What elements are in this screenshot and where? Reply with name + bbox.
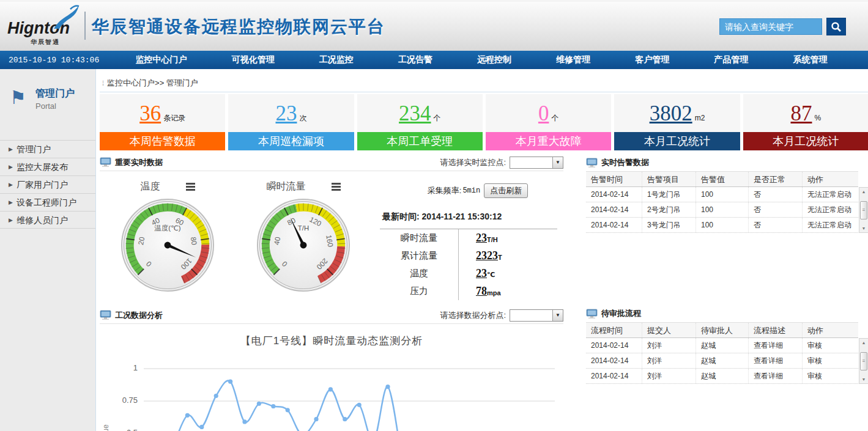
reading-value-cell: 2323T (458, 247, 557, 265)
nav-item-8[interactable]: 系统管理 (793, 54, 827, 65)
stat-card-value: 36 (139, 103, 161, 124)
approval-cell: 审核 (803, 369, 858, 383)
analysis-point-select[interactable]: ▼ (510, 309, 563, 322)
stat-card-value-area: 234个 (357, 94, 483, 132)
gauge-flow-menu-icon[interactable] (332, 182, 341, 192)
stat-card-unit: 次 (299, 113, 306, 123)
stat-card-unit: 条记录 (163, 113, 185, 123)
gauges-area: 温度 020406080100温度(℃) 瞬时流量 04080120160200… (100, 171, 563, 307)
approval-scrollbar[interactable]: ▲≡▼ (859, 338, 868, 384)
stat-card-unit: % (814, 114, 821, 122)
stat-card-label[interactable]: 本周巡检漏项 (228, 132, 354, 150)
stat-card-value: 87 (790, 103, 812, 124)
nav-item-5[interactable]: 维修管理 (556, 54, 590, 65)
analysis-section-title: 工况数据分析 (115, 310, 163, 321)
approval-panel-header: 待审批流程 (586, 305, 868, 322)
stat-card-value-area: 23次 (228, 94, 354, 132)
reading-unit: ℃ (487, 271, 495, 279)
sidebar-item-1[interactable]: ▶监控大屏发布 (0, 158, 95, 175)
stat-card-label[interactable]: 本周告警数据 (100, 132, 225, 150)
svg-text:T/H: T/H (298, 224, 309, 232)
sidebar-item-4[interactable]: ▶维修人员门户 (0, 211, 95, 229)
combo-arrow-icon[interactable]: ▼ (552, 157, 563, 168)
nav-item-7[interactable]: 产品管理 (714, 54, 748, 65)
gauge-flow: 04080120160200T/H (236, 197, 371, 293)
reading-unit: T (498, 254, 502, 261)
stat-card-2: 234个本周工单受理 (357, 94, 483, 150)
search-area (719, 18, 846, 35)
approval-column-header: 流程时间 (586, 323, 642, 337)
stat-card-value-area: 3802m2 (614, 94, 740, 132)
alarm-row-2[interactable]: 2014-02-143号龙门吊100否无法正常启动 (586, 218, 858, 233)
reading-unit: T/H (487, 236, 498, 243)
logo-subtext: 华辰智通 (31, 38, 80, 46)
sidebar-item-0[interactable]: ▶管理门户 (0, 140, 95, 158)
approval-row-1[interactable]: 2014-02-14刘洋赵城查看详细审核 (586, 353, 858, 369)
stat-card-unit: 个 (551, 113, 558, 123)
realtime-point-select[interactable]: ▼ (510, 157, 563, 169)
left-column: 重要实时数据 请选择实时监控点: ▼ 温度 (100, 154, 563, 431)
reading-name: 瞬时流量 (380, 232, 458, 244)
right-column: 实时告警数据 告警时间告警项目告警值是否正常动作2014-02-141号龙门吊1… (586, 154, 868, 431)
alarm-scroll-thumb[interactable]: ≡ (860, 201, 867, 219)
sidebar-item-label: 厂家用户门户 (17, 180, 68, 190)
analysis-select-label: 请选择数据分析点: (440, 310, 506, 321)
app-header: Hignton 华辰智通 华辰智通设备远程监控物联网云平台 (0, 0, 868, 51)
refresh-button[interactable]: 点击刷新 (484, 183, 528, 198)
scroll-up-icon[interactable]: ▲ (862, 339, 866, 347)
nav-item-2[interactable]: 工况监控 (319, 54, 354, 65)
nav-item-6[interactable]: 客户管理 (635, 54, 669, 65)
sidebar: ⚑ 管理门户 Portal ▶管理门户▶监控大屏发布▶厂家用户门户▶设备工程师门… (0, 69, 95, 431)
approval-row-2[interactable]: 2014-02-14刘洋赵城查看详细审核 (586, 369, 858, 384)
portal-block: ⚑ 管理门户 Portal (0, 69, 95, 131)
reading-value-cell: 78mpa (458, 282, 557, 300)
scroll-down-icon[interactable]: ▼ (862, 375, 866, 383)
sidebar-item-label: 管理门户 (17, 144, 51, 154)
reading-row-2: 温度23℃ (380, 265, 557, 282)
alarm-scrollbar[interactable]: ▲≡▼ (859, 187, 868, 233)
nav-item-3[interactable]: 工况告警 (398, 54, 432, 65)
search-input[interactable] (719, 18, 822, 35)
approval-panel: 待审批流程 流程时间提交人待审批人流程描述动作2014-02-14刘洋赵城查看详… (586, 305, 868, 384)
alarm-table: 告警时间告警项目告警值是否正常动作2014-02-141号龙门吊100否无法正常… (586, 171, 868, 233)
stat-card-label[interactable]: 本周工单受理 (357, 132, 483, 150)
svg-text:0.75: 0.75 (122, 396, 138, 405)
alarm-cell: 无法正常启动 (803, 202, 858, 217)
approval-column-header: 待审批人 (696, 323, 749, 337)
alarm-panel-title: 实时告警数据 (601, 157, 649, 168)
approval-cell: 查看详细 (749, 338, 803, 353)
reading-name: 累计流量 (380, 250, 458, 262)
nav-item-1[interactable]: 可视化管理 (232, 54, 275, 65)
nav-item-4[interactable]: 远程控制 (477, 54, 511, 65)
scroll-up-icon[interactable]: ▲ (862, 188, 866, 196)
sidebar-item-3[interactable]: ▶设备工程师门户 (0, 193, 95, 211)
stat-card-label[interactable]: 本月工况统计 (743, 132, 868, 150)
alarm-scroll-track[interactable]: ≡ (859, 196, 868, 224)
approval-scroll-thumb[interactable]: ≡ (860, 352, 867, 370)
gauge-temperature-menu-icon[interactable] (186, 182, 195, 192)
alarm-row-0[interactable]: 2014-02-141号龙门吊100否无法正常启动 (586, 187, 858, 202)
search-button[interactable] (826, 18, 846, 35)
reading-value: 23 (476, 267, 487, 280)
combo-arrow-icon[interactable]: ▼ (552, 310, 563, 321)
stat-card-unit: m2 (695, 114, 705, 122)
stat-card-value-area: 36条记录 (100, 94, 225, 132)
latest-time-label: 最新时间: (382, 212, 420, 221)
approval-column-header: 提交人 (642, 323, 696, 337)
approval-scroll-track[interactable]: ≡ (859, 347, 868, 375)
sidebar-item-2[interactable]: ▶厂家用户门户 (0, 175, 95, 193)
gauge-flow-block: 瞬时流量 04080120160200T/H (236, 176, 371, 307)
stat-card-label[interactable]: 本月重大故障 (486, 132, 611, 150)
realtime-section-header: 重要实时数据 请选择实时监控点: ▼ (100, 154, 563, 171)
stat-card-label[interactable]: 本月工况统计 (614, 132, 740, 150)
alarm-row-1[interactable]: 2014-02-142号龙门吊100否无法正常启动 (586, 202, 858, 218)
stat-card-4: 3802m2本月工况统计 (614, 94, 740, 150)
approval-cell: 刘洋 (642, 369, 696, 383)
scroll-down-icon[interactable]: ▼ (862, 224, 866, 232)
nav-item-0[interactable]: 监控中心门户 (136, 54, 187, 65)
reading-name: 压力 (380, 285, 458, 297)
side-arrow-icon: ▶ (9, 158, 13, 175)
svg-text:80: 80 (189, 237, 199, 246)
approval-row-0[interactable]: 2014-02-14刘洋赵城查看详细审核 (586, 338, 858, 353)
alarm-cell: 100 (696, 187, 749, 202)
